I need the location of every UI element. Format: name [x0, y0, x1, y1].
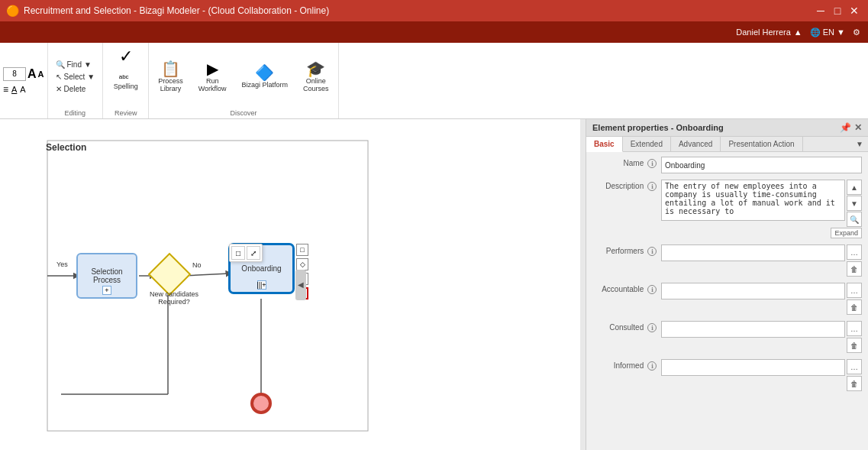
name-field-row: Name ℹ — [592, 157, 862, 173]
tab-basic[interactable]: Basic — [586, 137, 623, 152]
main-area: Selection SelectionProcess + New candida… — [0, 119, 868, 450]
user-arrow-icon[interactable]: ▲ — [794, 28, 802, 37]
informed-field-row: Informed ℹ … 🗑 — [592, 359, 862, 391]
description-label: Description ℹ — [592, 180, 661, 191]
bizagi-icon: 🔷 — [255, 65, 274, 80]
settings-icon[interactable]: ⚙ — [853, 28, 860, 37]
gateway-label: New candidatesRequired? — [144, 290, 205, 306]
ctx-task-btn[interactable]: □ — [296, 244, 308, 256]
accountable-delete-btn[interactable]: 🗑 — [847, 299, 862, 315]
app-icon: 🟠 — [6, 5, 19, 17]
pin-icon[interactable]: 📌 — [840, 122, 851, 133]
tab-presentation-action[interactable]: Presentation Action — [721, 137, 802, 151]
informed-info-icon[interactable]: ℹ — [647, 361, 657, 371]
informed-input[interactable] — [661, 359, 845, 376]
accountable-actions: … 🗑 — [847, 283, 862, 315]
select-btn[interactable]: ↖ Select ▼ — [53, 71, 98, 83]
find-icon: 🔍 — [56, 60, 65, 69]
onboarding-subprocess-marker: |||+ — [257, 280, 266, 290]
user-info: Daniel Herrera ▲ — [736, 28, 802, 37]
find-arrow-icon: ▼ — [84, 60, 92, 69]
canvas-area[interactable]: Selection SelectionProcess + New candida… — [0, 119, 586, 450]
review-section: ✓abc Spelling Review — [103, 43, 149, 118]
description-side-controls: ▲ ▼ 🔍 — [847, 180, 862, 227]
performers-info-icon[interactable]: ℹ — [647, 247, 657, 256]
desc-scroll-up-btn[interactable]: ▲ — [847, 180, 862, 195]
language-selector[interactable]: 🌐 EN ▼ — [810, 28, 845, 37]
float-copy-btn[interactable]: □ — [231, 246, 245, 260]
canvas[interactable]: Selection SelectionProcess + New candida… — [0, 119, 580, 450]
name-label: Name ℹ — [592, 157, 661, 168]
close-btn[interactable]: ✕ — [847, 3, 862, 18]
end-event[interactable] — [250, 393, 272, 414]
font-size-input[interactable] — [3, 67, 26, 81]
performers-actions: … 🗑 — [847, 244, 862, 277]
informed-label: Informed ℹ — [592, 359, 661, 371]
minimize-btn[interactable]: ─ — [813, 3, 828, 18]
description-field-row: Description ℹ The entry of new employees… — [592, 180, 862, 238]
select-icon: ↖ — [56, 73, 62, 81]
gateway[interactable] — [154, 259, 185, 290]
run-workflow-btn[interactable]: ▶ RunWorkflow — [194, 59, 231, 96]
find-btn[interactable]: 🔍 Find ▼ — [53, 59, 98, 70]
name-input[interactable] — [661, 157, 862, 173]
name-info-icon[interactable]: ℹ — [647, 159, 657, 168]
informed-actions: … 🗑 — [847, 359, 862, 391]
font-color-icon[interactable]: A — [20, 85, 25, 94]
highlight-icon[interactable]: A — [11, 85, 17, 94]
panel-tabs: Basic Extended Advanced Presentation Act… — [586, 137, 868, 152]
run-workflow-icon: ▶ — [207, 61, 218, 76]
accountable-label: Accountable ℹ — [592, 283, 661, 294]
consulted-label: Consulted ℹ — [592, 321, 661, 332]
desc-info-icon[interactable]: ℹ — [647, 182, 657, 191]
align-icon[interactable]: ≡ — [3, 84, 8, 95]
consulted-info-icon[interactable]: ℹ — [647, 323, 657, 332]
consulted-ellipsis-btn[interactable]: … — [847, 321, 862, 336]
select-arrow-icon: ▼ — [87, 73, 95, 81]
subprocess-marker: + — [102, 286, 111, 295]
description-expand-btn[interactable]: Expand — [831, 228, 862, 238]
accountable-info-icon[interactable]: ℹ — [647, 285, 657, 294]
desc-search-btn[interactable]: 🔍 — [847, 212, 862, 227]
selection-process-task[interactable]: SelectionProcess + — [76, 253, 137, 299]
performers-delete-btn[interactable]: 🗑 — [847, 261, 862, 277]
performers-ellipsis-btn[interactable]: … — [847, 244, 862, 260]
user-bar: Daniel Herrera ▲ 🌐 EN ▼ ⚙ — [0, 21, 868, 43]
delete-icon: ✕ — [56, 85, 62, 93]
tab-dropdown-icon[interactable]: ▼ — [851, 137, 868, 151]
delete-btn[interactable]: ✕ Delete — [53, 83, 98, 95]
informed-delete-btn[interactable]: 🗑 — [847, 376, 862, 391]
description-input[interactable]: The entry of new employees into a compan… — [661, 180, 845, 221]
performers-input[interactable] — [661, 244, 845, 261]
panel-close-icon[interactable]: ✕ — [854, 122, 862, 133]
discover-section: 📋 ProcessLibrary ▶ RunWorkflow 🔷 Bizagi … — [149, 43, 338, 118]
panel-header: Element properties - Onboarding 📌 ✕ — [586, 119, 868, 137]
accountable-input[interactable] — [661, 283, 845, 299]
ribbon: A A ≡ A A 🔍 Find ▼ ↖ Select ▼ — [0, 43, 868, 119]
tab-advanced[interactable]: Advanced — [671, 137, 721, 151]
float-resize-btn[interactable]: ⤢ — [247, 246, 260, 260]
review-label: Review — [115, 108, 137, 117]
process-library-btn[interactable]: 📋 ProcessLibrary — [153, 59, 188, 96]
informed-ellipsis-btn[interactable]: … — [847, 359, 862, 374]
pool-label: Selection — [46, 142, 86, 153]
consulted-actions: … 🗑 — [847, 321, 862, 353]
yes-label: Yes — [56, 261, 68, 268]
consulted-input[interactable] — [661, 321, 845, 338]
font-section: A A ≡ A A — [0, 43, 48, 118]
accountable-ellipsis-btn[interactable]: … — [847, 283, 862, 298]
tab-extended[interactable]: Extended — [623, 137, 671, 151]
consulted-field-row: Consulted ℹ … 🗑 — [592, 321, 862, 353]
desc-scroll-down-btn[interactable]: ▼ — [847, 196, 862, 211]
title-bar-controls[interactable]: ─ □ ✕ — [813, 3, 862, 18]
panel-header-controls: 📌 ✕ — [840, 122, 862, 133]
collapse-arrow[interactable]: ◀ — [295, 270, 306, 300]
font-decrease-icon: A — [38, 70, 44, 79]
online-courses-btn[interactable]: 🎓 OnlineCourses — [298, 59, 334, 96]
no-label: No — [192, 261, 202, 269]
bizagi-platform-btn[interactable]: 🔷 Bizagi Platform — [237, 63, 293, 92]
spelling-btn[interactable]: ✓abc Spelling — [109, 46, 143, 93]
panel-content: Name ℹ Description ℹ The entry of new em… — [586, 152, 868, 450]
consulted-delete-btn[interactable]: 🗑 — [847, 338, 862, 353]
maximize-btn[interactable]: □ — [830, 3, 845, 18]
